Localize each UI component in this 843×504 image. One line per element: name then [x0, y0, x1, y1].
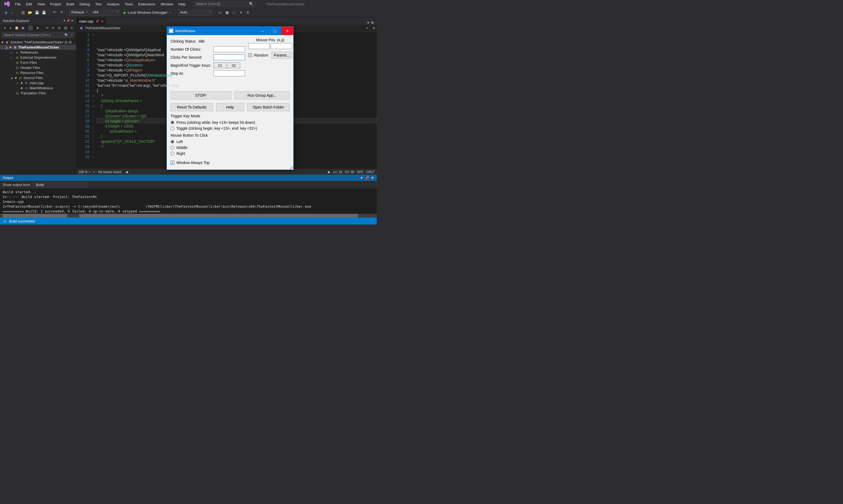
resize-grip[interactable] — [289, 166, 293, 169]
tree-main-cpp[interactable]: ▷ ⧉ main.cpp — [0, 80, 76, 86]
output-text[interactable]: Build started... 1>------ Build started:… — [0, 188, 377, 214]
tool-icon-3[interactable]: ⬚ — [231, 10, 237, 16]
save-all-icon[interactable]: 💾 — [41, 10, 47, 16]
refresh-icon[interactable]: ⟳ — [51, 25, 55, 30]
quick-search-input[interactable]: Search (Ctrl+Q) 🔍 — [194, 1, 255, 7]
tree-translation-files[interactable]: 🗀 Translation Files — [0, 91, 76, 96]
code-content[interactable]: "mac">#include <QtWidgets/QApplicat"mac"… — [97, 32, 377, 169]
menu-test[interactable]: Test — [92, 1, 104, 7]
output-panel: Output ▾ 📌 ✕ Show output from: Build Bui… — [0, 175, 377, 218]
redo-icon[interactable]: ↷ — [58, 10, 64, 16]
menu-help[interactable]: Help — [176, 1, 188, 7]
nav-project-dropdown[interactable]: ▣ TheFastestMouseClicker — [76, 25, 165, 31]
app-titlebar[interactable]: MainWindow — ◻ ✕ — [167, 26, 293, 35]
collapse-icon[interactable]: ⧉ — [57, 25, 62, 30]
hscroll-solution[interactable] — [0, 214, 76, 218]
filter-icon[interactable]: ᚖ — [35, 25, 40, 30]
nav-back-icon[interactable]: ◀ — [3, 10, 8, 16]
menu-edit[interactable]: Edit — [23, 1, 35, 7]
nav-fwd-icon[interactable]: ▸ — [10, 10, 16, 16]
expand-icon[interactable]: ▷ — [17, 82, 20, 85]
split-icon[interactable]: ≑ — [371, 25, 377, 31]
close-icon[interactable]: ✕ — [101, 20, 104, 23]
output-from-dropdown[interactable]: Build — [33, 182, 87, 187]
references-icon: ▪▪ — [15, 51, 19, 54]
chevron-down-icon[interactable]: ▾ — [71, 34, 73, 36]
tree-external-deps[interactable]: ▷ 🗀 External Dependencies — [0, 55, 76, 60]
config-dropdown[interactable]: Release — [69, 10, 89, 16]
scroll-right-icon[interactable]: ▶ — [328, 170, 330, 174]
menu-project[interactable]: Project — [48, 1, 64, 7]
menu-tools[interactable]: Tools — [122, 1, 136, 7]
tool-icon-2[interactable]: ▦ — [224, 10, 230, 16]
solution-search-input[interactable]: Search Solution Explorer (Ctrl+;) 🔍 ▾ — [2, 32, 74, 38]
start-debug-button[interactable]: ▶ Local Windows Debugger ▾ — [121, 11, 173, 15]
tree-header-files[interactable]: 🗀 Header Files — [0, 65, 76, 70]
main-toolbar: ◀ ▸ ▧ 📂 💾 💾 ↶ ↷ Release x64 ▶ Local Wind… — [0, 8, 377, 17]
platform-dropdown[interactable]: x64 — [90, 10, 120, 16]
folder-icon: 🗀 — [15, 61, 19, 65]
scroll-left-icon[interactable]: ◀ — [125, 170, 128, 174]
close-icon[interactable]: ✕ — [71, 19, 73, 22]
zoom-combo[interactable]: 100 %▾ — [78, 170, 90, 174]
menu-extensions[interactable]: Extensions — [136, 1, 158, 7]
status-dot-icon — [21, 87, 22, 89]
diag-dropdown[interactable]: Auto — [178, 10, 213, 16]
expand-icon[interactable]: ▷ — [11, 51, 14, 54]
menu-file[interactable]: File — [12, 1, 23, 7]
tree-solution-node[interactable]: ▣ Solution 'TheFastestMouseClicker' (1 o… — [0, 40, 76, 45]
menu-build[interactable]: Build — [64, 1, 77, 7]
fold-column[interactable]: ⊟⊟│⊟││││││││││ — [92, 32, 97, 169]
expand-icon[interactable]: ▷ — [11, 56, 14, 59]
radio-icon — [171, 152, 174, 156]
panel-dropdown-icon[interactable]: ▾ — [64, 19, 65, 22]
tree-form-files[interactable]: 🗀 Form Files — [0, 60, 76, 65]
tool-icon-4[interactable]: ≡ — [238, 10, 244, 16]
solution-search-placeholder: Search Solution Explorer (Ctrl+;) — [4, 33, 50, 37]
panel-dropdown-icon[interactable]: ▾ — [361, 176, 363, 180]
close-button[interactable]: ✕ — [281, 26, 293, 35]
switch-view-icon[interactable]: ▣ — [21, 25, 25, 30]
pin-icon[interactable]: 📌 — [365, 176, 369, 180]
solution-label: Solution 'TheFastestMouseClicker' (1 of — [10, 40, 72, 44]
new-project-icon[interactable]: ▧ — [20, 10, 26, 16]
menu-analyze[interactable]: Analyze — [104, 1, 122, 7]
line-label: Ln: 18 — [333, 170, 342, 174]
home-icon[interactable]: 🏠 — [15, 25, 19, 30]
save-icon[interactable]: 💾 — [34, 10, 40, 16]
tool-icon-5[interactable]: ⎘ — [245, 10, 251, 16]
tree-project-node[interactable]: ◢ ▣ TheFastestMouseClicker — [0, 45, 76, 50]
expand-icon[interactable]: ◢ — [5, 46, 8, 49]
properties-icon[interactable]: ⎘ — [69, 25, 74, 30]
close-icon[interactable]: ✕ — [371, 176, 374, 180]
always-top-checkbox[interactable]: ✓ — [171, 161, 174, 164]
mouse-right-radio[interactable]: Right — [171, 151, 289, 156]
undo-icon[interactable]: ↶ — [52, 10, 57, 16]
menu-debug[interactable]: Debug — [77, 1, 92, 7]
minimize-button[interactable]: — — [256, 26, 269, 35]
show-all-icon[interactable]: ▤ — [63, 25, 68, 30]
sync-icon[interactable]: ⟲ — [45, 25, 49, 30]
code-editor[interactable]: 1234567891011121314151617181920212223242… — [76, 32, 377, 169]
expand-icon[interactable]: ◢ — [11, 77, 14, 79]
open-icon[interactable]: 📂 — [27, 10, 33, 16]
mainwindow-ui-label: MainWindow.ui — [30, 86, 53, 90]
menu-window[interactable]: Window — [158, 1, 176, 7]
search-placeholder: Search (Ctrl+Q) — [196, 2, 221, 6]
pin-icon[interactable]: 📌 — [66, 19, 70, 22]
tree-source-files[interactable]: ◢ 🗀 Source Files — [0, 75, 76, 80]
tree-resource-files[interactable]: 🗀 Resource Files — [0, 70, 76, 75]
back-icon[interactable]: ◂ — [2, 25, 7, 30]
maximize-button[interactable]: ◻ — [269, 26, 281, 35]
fullscreen-icon[interactable]: ⚙ — [371, 21, 374, 25]
issues-label: No issues found — [98, 170, 121, 174]
tab-main-cpp[interactable]: main.cpp 📌 ✕ — [76, 18, 106, 25]
menu-view[interactable]: View — [35, 1, 48, 7]
tool-icon-1[interactable]: ▭ — [217, 10, 223, 16]
tree-references[interactable]: ▷ ▪▪ References — [0, 50, 76, 55]
pin-icon[interactable]: 📌 — [95, 20, 99, 23]
tabstrip-dropdown-icon[interactable]: ▾ — [367, 21, 369, 25]
fwd-icon[interactable]: ▸ — [8, 25, 13, 30]
tree-mainwindow-ui[interactable]: ▭ MainWindow.ui — [0, 86, 76, 91]
hscroll-output[interactable] — [76, 214, 377, 218]
